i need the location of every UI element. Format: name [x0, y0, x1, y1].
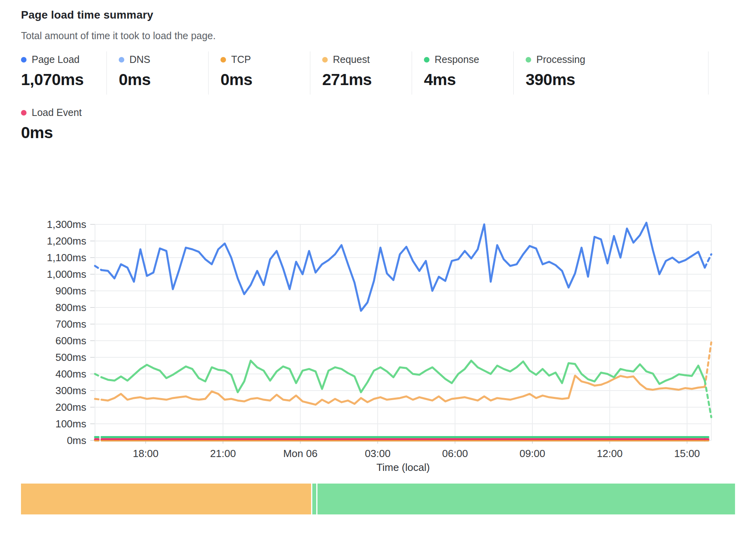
series-request-tail — [705, 342, 711, 387]
status-segment-up[interactable] — [312, 484, 316, 514]
series-processing-lead — [95, 374, 101, 377]
series-request-line — [101, 376, 705, 405]
y-axis-label: 1,000ms — [47, 268, 86, 280]
y-axis-label: 700ms — [55, 318, 86, 330]
y-axis-label: 1,100ms — [47, 252, 86, 264]
y-axis-label: 500ms — [55, 351, 86, 363]
y-axis-label: 0ms — [67, 434, 86, 446]
y-axis-label: 100ms — [55, 418, 86, 430]
series-processing-line — [101, 360, 705, 392]
y-axis-label: 600ms — [55, 335, 86, 347]
x-axis-label: 12:00 — [597, 448, 623, 459]
x-axis-label: 15:00 — [674, 448, 700, 459]
uptime-status-bar — [21, 484, 735, 514]
x-axis-title: Time (local) — [376, 461, 430, 473]
y-axis-label: 1,200ms — [47, 235, 86, 247]
status-segment-degraded[interactable] — [21, 484, 311, 514]
y-axis-label: 300ms — [55, 385, 86, 397]
series-page-load-line — [101, 223, 705, 311]
x-axis-label: 09:00 — [519, 448, 545, 459]
x-axis-label: 03:00 — [365, 448, 391, 459]
x-axis-label: 06:00 — [442, 448, 468, 459]
x-axis-label: 18:00 — [133, 448, 158, 459]
y-axis-label: 800ms — [55, 302, 86, 313]
status-segment-up[interactable] — [317, 484, 735, 514]
series-page-load-lead — [95, 266, 101, 270]
y-axis-label: 200ms — [55, 401, 86, 413]
x-axis-label: 21:00 — [210, 448, 236, 459]
series-page-load-tail — [705, 254, 711, 268]
y-axis-label: 1,300ms — [47, 218, 86, 230]
y-axis-label: 400ms — [55, 368, 86, 380]
page-load-time-chart[interactable]: 0ms100ms200ms300ms400ms500ms600ms700ms80… — [0, 0, 756, 535]
x-axis-label: Mon 06 — [283, 448, 317, 459]
y-axis-label: 900ms — [55, 285, 86, 297]
